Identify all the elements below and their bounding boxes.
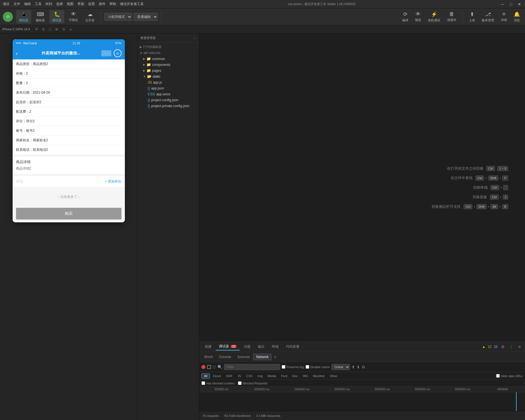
phone-frame-button[interactable]: □ [47, 27, 53, 32]
stop-button[interactable] [207, 365, 211, 369]
search-icon[interactable]: 🔍 [217, 365, 222, 369]
filter-tab-manifest[interactable]: Manifest [311, 374, 327, 378]
layout-icon[interactable]: ≡ [68, 27, 73, 32]
devtools-close-icon[interactable]: ✕ [517, 344, 523, 350]
filter-tab-font[interactable]: Font [279, 374, 290, 378]
file-project-config[interactable]: {} project.config.json [137, 97, 199, 103]
filter-tab-doc[interactable]: Doc [290, 374, 300, 378]
tab-jianzheng[interactable]: 核建 [201, 343, 215, 350]
dual-screen-button[interactable]: ⧉ [54, 27, 59, 32]
file-appjson[interactable]: {} app.json [137, 85, 199, 91]
blocked-requests-checkbox[interactable]: Blocked Requests [238, 381, 268, 385]
menu-item-devtools[interactable]: 微信开发者工具 [120, 2, 144, 6]
filter-tab-other[interactable]: Other [327, 374, 340, 378]
network-tab-network[interactable]: Network [253, 354, 272, 360]
online-select[interactable]: Online [331, 364, 350, 370]
record-button[interactable] [201, 365, 205, 369]
devtools-more-icon[interactable]: ⋮ [508, 344, 514, 350]
preserve-log-checkbox[interactable]: Preserve log [282, 365, 304, 369]
preview-button[interactable]: 👁 预览 [413, 10, 423, 23]
more-tabs-icon[interactable]: » [272, 354, 278, 360]
message-button[interactable]: 🔔 消息 [512, 10, 522, 24]
tab-debugger[interactable]: 调试器 12 [215, 343, 240, 350]
debugger-button[interactable]: 🐛 调试器 [49, 10, 64, 24]
cloud-button[interactable]: ☁ 云开发 [82, 10, 97, 24]
more-button[interactable]: ··· [101, 50, 111, 56]
filter-tab-media[interactable]: Media [265, 374, 278, 378]
tab-codequality[interactable]: 代码质量 [283, 343, 303, 350]
network-tab-console[interactable]: Console [216, 354, 234, 360]
menu-item-tools[interactable]: 工具 [35, 2, 42, 6]
menu-item-interface[interactable]: 界面 [77, 2, 84, 6]
devtools-settings-icon[interactable]: ⚙ [500, 344, 506, 350]
hide-data-urls-checkbox[interactable]: Hide data URLs [496, 374, 523, 378]
home-button[interactable]: ⊙ [40, 27, 46, 32]
simulator-button[interactable]: 📱 模拟器 [16, 10, 31, 24]
close-button[interactable]: ✕ [517, 1, 522, 7]
file-appwxss[interactable]: CSS app.wxss [137, 91, 199, 97]
filter-tab-img[interactable]: Img [255, 374, 265, 378]
visual-button[interactable]: 👁 可视化 [66, 10, 81, 24]
filter-icon[interactable]: ▽ [213, 365, 216, 369]
network-tab-wxml[interactable]: Wxml [201, 354, 215, 360]
tab-terminal[interactable]: 终端 [269, 343, 282, 350]
folder-static[interactable]: ▼ 📂 static [137, 73, 199, 79]
open-editors-section[interactable]: ▶ 打开的编辑器 [137, 44, 199, 50]
filter-tab-ws[interactable]: WS [301, 374, 310, 378]
mini-mode-select[interactable]: 小程序模式 [104, 13, 132, 21]
refresh-button[interactable]: ↺ [33, 27, 39, 32]
menu-item-view[interactable]: 视图 [67, 2, 74, 6]
detail-button[interactable]: ≡ 详情 [499, 10, 509, 23]
menu-item-file[interactable]: 文件 [13, 2, 20, 6]
upload-icon[interactable]: ⬆ [352, 365, 355, 369]
upload-button[interactable]: ⬆ 上传 [467, 10, 477, 24]
compile-mode-select[interactable]: 普通编辑 [134, 13, 158, 21]
maximize-button[interactable]: □ [508, 1, 514, 7]
folder-pages[interactable]: ▶ 📁 pages [137, 68, 199, 73]
menu-item-edit[interactable]: 编辑 [24, 2, 31, 6]
filter-tab-js[interactable]: JS [235, 374, 243, 378]
project-section[interactable]: ▼ MP-WEIXIN [137, 50, 199, 56]
tab-output[interactable]: 输出 [255, 343, 268, 350]
folder-common[interactable]: ▶ 📁 common [137, 56, 199, 62]
download-icon[interactable]: ⬇ [357, 365, 360, 369]
add-comment-button[interactable]: + 添加评论 [105, 179, 121, 184]
editor-button[interactable]: ⌨ 编辑器 [33, 10, 48, 24]
file-project-private[interactable]: {} project.private.config.json [137, 103, 199, 109]
filter-tab-cloud[interactable]: Cloud [210, 374, 223, 378]
file-panel-menu-icon[interactable]: ··· [194, 36, 196, 40]
tick-2000000: 2000000 ms [322, 388, 362, 391]
direct-debug-button[interactable]: ⚡ 直机调试 [426, 10, 443, 24]
shortcut-label-terminal: 切换终端 [473, 185, 488, 190]
network-tabs: Wxml Console Sources Network » [199, 352, 525, 362]
menu-item-goto[interactable]: 转到 [45, 2, 52, 6]
filter-input[interactable] [224, 364, 280, 370]
key-b: B [502, 204, 508, 209]
buy-button[interactable]: 购买 [16, 208, 121, 220]
has-blocked-cookies-checkbox[interactable]: Has blocked cookies [201, 381, 235, 385]
menu-item-plugins[interactable]: 插件 [99, 2, 106, 6]
disable-cache-checkbox[interactable]: Disable cache [306, 365, 330, 369]
minimize-button[interactable]: ─ [500, 1, 505, 7]
menu-item-help[interactable]: 帮助 [109, 2, 116, 6]
clear-cache-button[interactable]: 🗑 清缓存 [445, 10, 458, 23]
menu-item-settings[interactable]: 设置 [88, 2, 95, 6]
circle-button[interactable]: ◎ [114, 49, 121, 57]
tab-issues[interactable]: 问题 [240, 343, 254, 350]
file-appjs[interactable]: JS app.js [137, 79, 199, 85]
back-button[interactable]: ‹ [16, 50, 18, 57]
window-controls[interactable]: ─ □ ✕ [500, 1, 522, 7]
version-mgmt-button[interactable]: ⎇ 版本管理 [480, 10, 496, 24]
filter-tab-all[interactable]: All [201, 373, 210, 379]
menu-item-project[interactable]: 项目 [3, 2, 10, 6]
device-info[interactable]: iPhone 5 100% 16 ▾ [2, 27, 30, 31]
network-settings-icon[interactable]: ⚙ [362, 365, 365, 369]
page-source-icon[interactable]: 🗒 [61, 27, 67, 32]
filter-tab-xhr[interactable]: XHR [224, 374, 235, 378]
compile-button[interactable]: ⟳ 编译 [400, 10, 411, 24]
network-tab-sources[interactable]: Sources [235, 354, 253, 360]
filter-tab-css[interactable]: CSS [244, 374, 255, 378]
folder-components[interactable]: ▶ 📁 components [137, 62, 199, 68]
menu-item-select[interactable]: 选择 [56, 2, 63, 6]
menu-bar[interactable]: 项目 文件 编辑 工具 转到 选择 视图 界面 设置 插件 帮助 微信开发者工具 [3, 2, 144, 6]
